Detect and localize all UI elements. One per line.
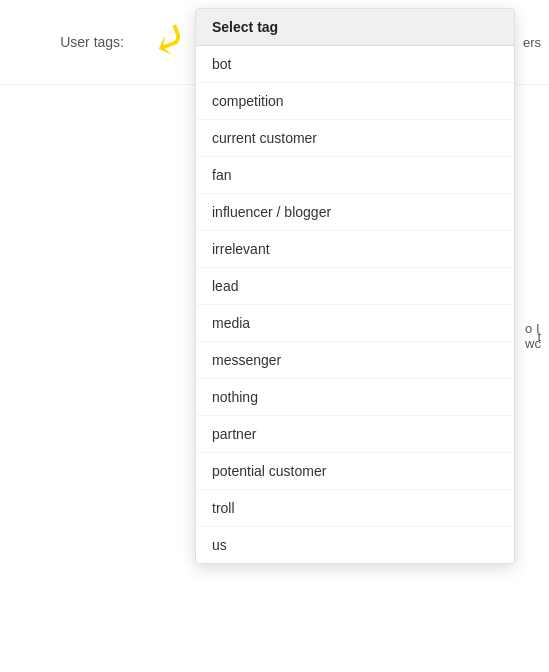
list-item[interactable]: nothing (196, 379, 514, 416)
list-item[interactable]: fan (196, 157, 514, 194)
list-item[interactable]: potential customer (196, 453, 514, 490)
list-item[interactable]: current customer (196, 120, 514, 157)
list-item[interactable]: us (196, 527, 514, 563)
dropdown-header: Select tag (196, 9, 514, 46)
list-item[interactable]: lead (196, 268, 514, 305)
tag-list: botcompetitioncurrent customerfaninfluen… (196, 46, 514, 563)
list-item[interactable]: bot (196, 46, 514, 83)
yellow-arrow-icon: ⤷ (143, 13, 197, 72)
list-item[interactable]: irrelevant (196, 231, 514, 268)
list-item[interactable]: media (196, 305, 514, 342)
list-item[interactable]: troll (196, 490, 514, 527)
list-item[interactable]: competition (196, 83, 514, 120)
user-tags-label: User tags: (20, 34, 140, 50)
list-item[interactable]: messenger (196, 342, 514, 379)
publish-suffix: t (537, 329, 541, 344)
list-item[interactable]: partner (196, 416, 514, 453)
arrow-container: ⤷ (150, 18, 190, 66)
list-item[interactable]: influencer / blogger (196, 194, 514, 231)
right-edge-ers: ers (523, 35, 541, 50)
select-tag-dropdown[interactable]: Select tag botcompetitioncurrent custome… (195, 8, 515, 564)
